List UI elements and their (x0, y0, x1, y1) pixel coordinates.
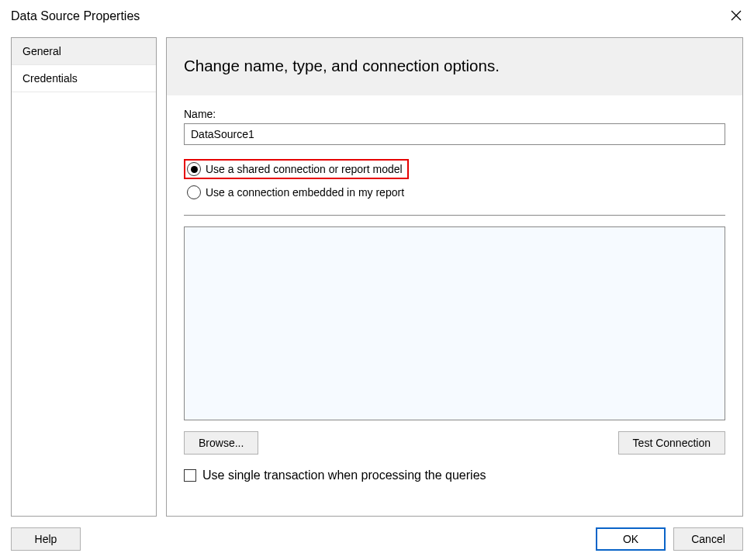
close-button[interactable] (728, 6, 745, 26)
panel-heading: Change name, type, and connection option… (167, 38, 742, 95)
dialog-title: Data Source Properties (11, 9, 140, 23)
name-input[interactable] (184, 123, 725, 145)
ok-button[interactable]: OK (596, 527, 666, 551)
sidebar-item-general[interactable]: General (12, 38, 156, 65)
radio-label: Use a connection embedded in my report (206, 186, 404, 199)
browse-button[interactable]: Browse... (184, 431, 258, 455)
main-panel: Change name, type, and connection option… (166, 37, 743, 517)
sidebar: General Credentials (11, 37, 157, 517)
radio-shared-connection[interactable]: Use a shared connection or report model (184, 159, 409, 179)
dialog-footer: Help OK Cancel (0, 517, 754, 554)
sidebar-item-credentials[interactable]: Credentials (12, 65, 156, 92)
close-icon (731, 10, 742, 21)
help-button[interactable]: Help (11, 527, 81, 551)
radio-embedded-connection[interactable]: Use a connection embedded in my report (184, 182, 410, 202)
data-source-properties-dialog: Data Source Properties General Credentia… (0, 0, 754, 554)
cancel-button[interactable]: Cancel (673, 527, 743, 551)
single-transaction-checkbox[interactable]: Use single transaction when processing t… (184, 468, 725, 482)
radio-icon (187, 185, 201, 199)
radio-label: Use a shared connection or report model (206, 163, 403, 175)
name-label: Name: (184, 108, 725, 120)
checkbox-icon (184, 469, 196, 482)
test-connection-button[interactable]: Test Connection (618, 431, 725, 455)
checkbox-label: Use single transaction when processing t… (202, 468, 486, 482)
connection-list[interactable] (184, 226, 725, 420)
title-bar: Data Source Properties (0, 0, 754, 37)
divider (184, 215, 725, 216)
sidebar-item-label: Credentials (22, 72, 78, 85)
radio-icon (187, 162, 201, 176)
sidebar-item-label: General (22, 45, 61, 57)
